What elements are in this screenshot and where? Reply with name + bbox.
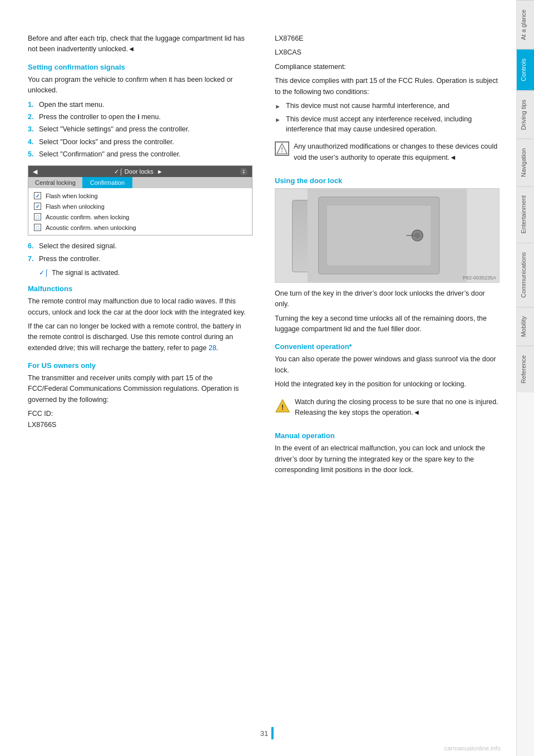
- row-flash-locking: Flash when locking: [28, 190, 252, 201]
- warning-text: Watch during the closing process to be s…: [295, 397, 500, 419]
- right-column: LX8766E LX8CAS Compliance statement: Thi…: [269, 33, 500, 734]
- section-title-confirmation: Setting confirmation signals: [28, 63, 253, 71]
- warning-triangle-icon: !: [275, 398, 290, 414]
- sidebar-tab-driving-tips[interactable]: Driving tips: [517, 90, 534, 139]
- door-lock-para2: Turning the key a second time unlocks al…: [275, 313, 500, 335]
- page-number: 31: [260, 729, 268, 738]
- section-title-us-owners: For US owners only: [28, 361, 253, 370]
- intro-text: Before and after each trip, check that t…: [28, 33, 253, 55]
- image-caption: P82-0035235A: [463, 275, 496, 281]
- sidebar-tab-reference[interactable]: Reference: [517, 346, 534, 392]
- tab-central-locking[interactable]: Central locking: [28, 177, 82, 188]
- section-title-convenient: Convenient operation*: [275, 342, 500, 351]
- main-content: Before and after each trip, check that t…: [0, 0, 516, 756]
- step-7-note: ✓⌠ The signal is activated.: [39, 269, 253, 277]
- watermark: carmanualonline.info: [444, 745, 501, 752]
- sidebar-tab-entertainment[interactable]: Entertainment: [517, 186, 534, 242]
- sidebar-tab-navigation[interactable]: Navigation: [517, 139, 534, 186]
- sidebar-tab-mobility[interactable]: Mobility: [517, 307, 534, 346]
- door-lock-ui: ◀ ✓⌠ Door locks ► 1 Central locking Conf…: [28, 165, 253, 235]
- step-2: 2. Press the controller to open the i me…: [28, 112, 253, 122]
- header-label: ✓⌠ Door locks ►: [114, 168, 163, 175]
- row-label-flash-unlocking: Flash when unlocking: [46, 203, 105, 210]
- header-badge: 1: [240, 168, 248, 175]
- header-left-arrow: ◀: [33, 168, 37, 175]
- fcc-id-value: LX8766S: [28, 421, 56, 429]
- door-lock-para1: One turn of the key in the driver’s door…: [275, 288, 500, 310]
- step-6: 6. Select the desired signal.: [28, 241, 253, 252]
- fcc-model2: LX8CAS: [275, 47, 500, 58]
- malfunction-para1: The remote control may malfunction due t…: [28, 296, 253, 318]
- page-bar-line: [271, 727, 274, 739]
- sidebar-tab-communications[interactable]: Communications: [517, 243, 534, 307]
- bullet-text-2: This device must accept any interference…: [286, 114, 500, 135]
- svg-text:!: !: [281, 403, 284, 411]
- steps-list-2: 6. Select the desired signal. 7. Press t…: [28, 241, 253, 264]
- section-title-door-lock: Using the door lock: [275, 176, 500, 185]
- step-3: 3. Select "Vehicle settings" and press t…: [28, 124, 253, 135]
- checkbox-acoustic-locking[interactable]: □: [34, 213, 41, 220]
- row-acoustic-unlocking: □ Acoustic confirm. when unlocking: [28, 222, 252, 233]
- sidebar-tab-at-a-glance[interactable]: At a glance: [517, 0, 534, 49]
- compliance-label: Compliance statement:: [275, 62, 500, 72]
- row-label-acoustic-unlocking: Acoustic confirm. when unlocking: [46, 224, 136, 231]
- checkmark-icon: ✓⌠: [39, 269, 48, 277]
- manual-para1: In the event of an electrical malfunctio…: [275, 443, 500, 475]
- malfunction-para2: If the car can no longer be locked with …: [28, 321, 253, 354]
- svg-point-2: [281, 151, 283, 153]
- page-container: Before and after each trip, check that t…: [0, 0, 534, 756]
- info-box-icon: [275, 141, 289, 156]
- page-number-bar: 31: [260, 727, 274, 739]
- convenient-para1: You can also operate the power windows a…: [275, 354, 500, 376]
- bullet-2: ► This device must accept any interferen…: [275, 114, 500, 135]
- row-label-acoustic-locking: Acoustic confirm. when locking: [46, 214, 129, 220]
- step-7: 7. Press the controller.: [28, 254, 253, 264]
- tab-confirmation[interactable]: Confirmation: [82, 177, 132, 188]
- sidebar-tabs: At a glance Controls Driving tips Naviga…: [516, 0, 534, 756]
- fcc-warning-text: Any unauthorized modifications or change…: [294, 141, 500, 163]
- bullet-arrow-1: ►: [275, 102, 281, 111]
- row-flash-unlocking: Flash when unlocking: [28, 201, 252, 212]
- row-acoustic-locking: □ Acoustic confirm. when locking: [28, 212, 252, 222]
- bullet-arrow-2: ►: [275, 115, 281, 135]
- info-svg: [276, 142, 288, 155]
- fcc-warning-box: Any unauthorized modifications or change…: [275, 139, 500, 169]
- checkbox-flash-locking[interactable]: [34, 192, 41, 199]
- steps-list-1: 1. Open the start menu. 2. Press the con…: [28, 100, 253, 160]
- svg-point-7: [414, 233, 420, 238]
- us-owners-para1: The transmitter and receiver units compl…: [28, 373, 253, 405]
- page-number-area: 31: [260, 727, 274, 739]
- left-column: Before and after each trip, check that t…: [28, 33, 258, 734]
- checkbox-flash-unlocking[interactable]: [34, 203, 41, 210]
- door-image-svg: [275, 189, 499, 282]
- section-title-manual: Manual operation: [275, 431, 500, 440]
- page-link-28[interactable]: 28: [209, 344, 216, 352]
- row-label-flash-locking: Flash when locking: [46, 193, 98, 199]
- confirmation-desc: You can program the vehicle to confirm w…: [28, 75, 253, 96]
- step7-note-text: The signal is activated.: [52, 269, 120, 277]
- compliance-text: This device complies with part 15 of the…: [275, 76, 500, 97]
- step-1: 1. Open the start menu.: [28, 100, 253, 110]
- sidebar-tab-controls[interactable]: Controls: [517, 49, 534, 90]
- bullet-text-1: This device must not cause harmful inter…: [286, 101, 449, 111]
- step-5: 5. Select "Confirmation" and press the c…: [28, 149, 253, 160]
- door-lock-tabs: Central locking Confirmation: [28, 177, 252, 188]
- step-4: 4. Select "Door locks" and press the con…: [28, 137, 253, 148]
- fcc-model1: LX8766E: [275, 33, 500, 44]
- warning-box: ! Watch during the closing process to be…: [275, 395, 500, 424]
- fcc-id-label: FCC ID:: [28, 410, 53, 418]
- bullet-1: ► This device must not cause harmful int…: [275, 101, 500, 111]
- convenient-para2: Hold the integrated key in the position …: [275, 379, 500, 390]
- warning-svg: !: [275, 399, 290, 413]
- fcc-id-line: FCC ID: LX8766S: [28, 409, 253, 430]
- door-lock-image: P82-0035235A: [275, 188, 500, 283]
- section-title-malfunctions: Malfunctions: [28, 284, 253, 293]
- door-lock-rows: Flash when locking Flash when unlocking …: [28, 188, 252, 235]
- door-lock-header: ◀ ✓⌠ Door locks ► 1: [28, 166, 252, 177]
- checkbox-acoustic-unlocking[interactable]: □: [34, 224, 41, 231]
